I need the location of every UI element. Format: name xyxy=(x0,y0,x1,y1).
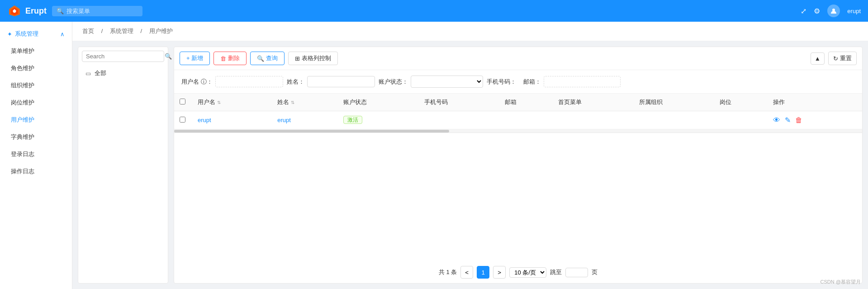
header-right: ⤢ ⚙ erupt xyxy=(801,5,861,17)
add-button-label: + 新增 xyxy=(186,54,203,62)
next-icon: > xyxy=(498,269,501,276)
query-button[interactable]: 🔍 查询 xyxy=(250,52,285,65)
query-button-label: 查询 xyxy=(266,54,278,62)
data-table: 用户名 ⇅ 姓名 ⇅ 账户状态 xyxy=(174,94,862,129)
tree-search-icon: 🔍 xyxy=(165,53,172,60)
total-count: 共 1 条 xyxy=(439,268,457,276)
search-icon: 🔍 xyxy=(57,8,64,14)
sidebar-item-menu[interactable]: 菜单维护 xyxy=(0,43,72,60)
fullname-group: 姓名： xyxy=(287,76,375,87)
sidebar-item-org[interactable]: 组织维护 xyxy=(0,77,72,94)
td-post xyxy=(714,111,768,129)
up-icon: ▲ xyxy=(815,55,821,62)
sidebar-item-post[interactable]: 岗位维护 xyxy=(0,94,72,111)
breadcrumb-home[interactable]: 首页 xyxy=(82,28,94,34)
expand-icon[interactable]: ⤢ xyxy=(801,7,806,15)
th-email: 邮箱 xyxy=(499,94,553,111)
td-home-menu xyxy=(553,111,634,129)
sidebar-item-role[interactable]: 角色维护 xyxy=(0,60,72,77)
content: 🔍 ▭ 全部 + 新增 🗑 删除 xyxy=(72,41,868,289)
settings-icon[interactable]: ⚙ xyxy=(814,7,820,15)
tree-item-label: 全部 xyxy=(95,69,106,77)
email-input[interactable] xyxy=(544,76,621,87)
sort-up-button[interactable]: ▲ xyxy=(811,52,825,65)
sort-username-icon[interactable]: ⇅ xyxy=(217,100,221,105)
td-org xyxy=(634,111,715,129)
th-username: 用户名 ⇅ xyxy=(192,94,272,111)
sidebar-section-label: 系统管理 xyxy=(15,30,38,38)
row-delete-icon[interactable]: 🗑 xyxy=(795,116,802,124)
header: Erupt 🔍 ⤢ ⚙ erupt xyxy=(0,0,868,22)
next-page-button[interactable]: > xyxy=(493,266,506,279)
sort-fullname-icon[interactable]: ⇅ xyxy=(291,100,294,105)
per-page-select[interactable]: 10 条/页 20 条/页 50 条/页 xyxy=(509,267,546,278)
reset-label: 重置 xyxy=(840,54,852,62)
td-email xyxy=(499,111,553,129)
td-account-status: 激活 xyxy=(338,111,419,129)
status-badge: 激活 xyxy=(343,116,362,124)
sidebar-item-login-log[interactable]: 登录日志 xyxy=(0,146,72,163)
sidebar-section-header[interactable]: ✦ 系统管理 ∧ xyxy=(0,25,72,43)
account-status-label: 账户状态： xyxy=(379,78,408,86)
td-username: erupt xyxy=(192,111,272,129)
fullname-label: 姓名： xyxy=(287,78,304,86)
table-body: erupt erupt 激活 xyxy=(174,111,862,129)
delete-button[interactable]: 🗑 删除 xyxy=(213,52,247,65)
toolbar-right: ▲ ↻ 重置 xyxy=(811,52,857,65)
prev-page-button[interactable]: < xyxy=(460,266,473,279)
breadcrumb-sep2: / xyxy=(140,28,143,34)
goto-page-input[interactable] xyxy=(565,268,588,277)
account-status-group: 账户状态： 激活 未激活 xyxy=(379,76,483,88)
td-checkbox xyxy=(174,111,192,129)
prev-icon: < xyxy=(465,269,469,276)
sidebar-collapse-icon[interactable]: ∧ xyxy=(60,31,65,38)
th-home-menu: 首页菜单 xyxy=(553,94,634,111)
td-actions: 👁 ✎ 🗑 xyxy=(768,111,862,129)
th-account-status: 账户状态 xyxy=(338,94,419,111)
tree-search-input[interactable] xyxy=(86,53,162,60)
reset-icon: ↻ xyxy=(833,55,838,62)
query-icon: 🔍 xyxy=(257,55,264,62)
td-fullname: erupt xyxy=(272,111,338,129)
phone-label: 手机号码： xyxy=(487,78,516,86)
sidebar-item-user[interactable]: 用户维护 xyxy=(0,111,72,128)
username-label: erupt xyxy=(847,8,861,14)
breadcrumb: 首页 / 系统管理 / 用户维护 xyxy=(72,22,868,41)
table-row: erupt erupt 激活 xyxy=(174,111,862,129)
tree-search-box[interactable]: 🔍 xyxy=(82,51,164,62)
current-page-button[interactable]: 1 xyxy=(477,266,489,279)
horizontal-scrollbar[interactable] xyxy=(174,129,862,133)
email-group: 邮箱： xyxy=(523,76,621,87)
username-input[interactable] xyxy=(215,76,283,87)
edit-icon[interactable]: ✎ xyxy=(785,116,791,124)
add-button[interactable]: + 新增 xyxy=(180,52,210,65)
current-page: 1 xyxy=(482,269,485,276)
tree-item-all[interactable]: ▭ 全部 xyxy=(82,66,164,81)
delete-icon: 🗑 xyxy=(220,55,226,62)
breadcrumb-sep1: / xyxy=(101,28,104,34)
view-icon[interactable]: 👁 xyxy=(773,116,780,124)
account-status-select[interactable]: 激活 未激活 xyxy=(411,76,483,88)
table-header: 用户名 ⇅ 姓名 ⇅ 账户状态 xyxy=(174,94,862,111)
header-search-input[interactable] xyxy=(66,8,134,14)
pagination: 共 1 条 < 1 > 10 条/页 20 条/页 50 条/页 xyxy=(174,261,862,283)
fullname-input[interactable] xyxy=(307,76,375,87)
sidebar-item-dict[interactable]: 字典维护 xyxy=(0,128,72,146)
logo-icon xyxy=(7,4,22,18)
table-control-label: 表格列控制 xyxy=(302,54,331,62)
reset-button[interactable]: ↻ 重置 xyxy=(828,52,857,65)
th-checkbox xyxy=(174,94,192,111)
sidebar-item-op-log[interactable]: 操作日志 xyxy=(0,163,72,180)
search-form: 用户名 ⓘ： 姓名： 账户状态： 激活 未激活 xyxy=(174,70,862,94)
table-control-button[interactable]: ⊞ 表格列控制 xyxy=(288,52,338,65)
breadcrumb-sys[interactable]: 系统管理 xyxy=(110,28,133,34)
username-group: 用户名 ⓘ： xyxy=(181,76,283,87)
row-checkbox[interactable] xyxy=(180,117,185,123)
table-icon: ⊞ xyxy=(295,55,300,62)
header-search-box[interactable]: 🔍 xyxy=(52,6,142,16)
td-phone xyxy=(419,111,500,129)
select-all-checkbox[interactable] xyxy=(180,99,185,104)
email-label: 邮箱： xyxy=(523,78,541,86)
sidebar: ✦ 系统管理 ∧ 菜单维护 角色维护 组织维护 岗位维护 用户维护 字典维护 登… xyxy=(0,22,72,289)
action-icons: 👁 ✎ 🗑 xyxy=(773,116,857,124)
